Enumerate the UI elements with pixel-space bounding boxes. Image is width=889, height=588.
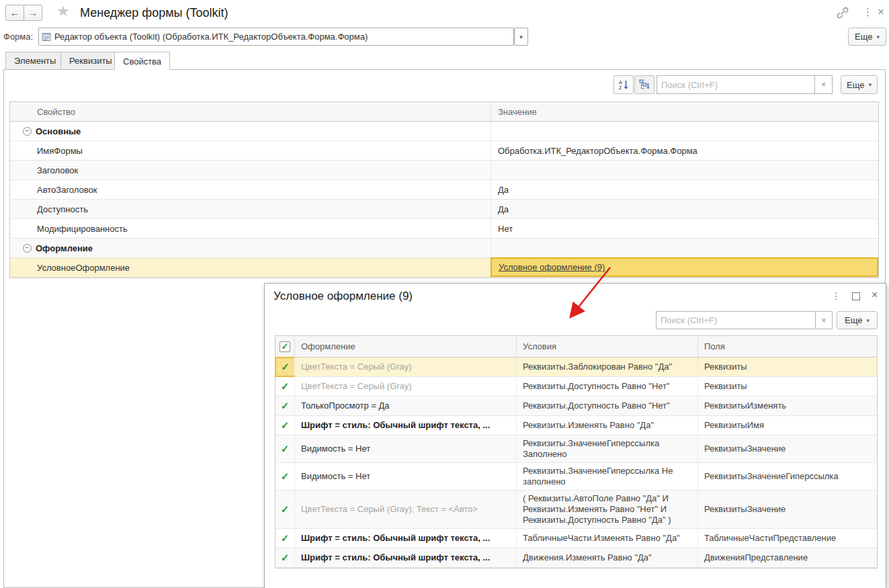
conditional-appearance-link[interactable]: Условное оформление (9) [499, 262, 605, 272]
form-combobox[interactable]: Редактор объекта (Toolkit) (Обработка.ИТ… [38, 28, 514, 46]
kebab-menu-icon[interactable]: ⋮ [863, 6, 873, 18]
appearance-row[interactable]: ✓Видимость = НетРеквизиты.ЗначениеГиперс… [276, 463, 877, 491]
properties-table: Свойство Значение −ОсновныеИмяФормыОбраб… [9, 101, 879, 278]
dialog-search-input[interactable] [656, 311, 816, 329]
kebab-menu-icon[interactable]: ⋮ [831, 290, 841, 301]
fields-cell: ТабличныеЧастиПредставление [698, 529, 877, 548]
search-clear-button[interactable]: × [814, 75, 833, 94]
condition-text: Реквизиты.Доступность Равно "Нет" [523, 401, 670, 411]
close-icon[interactable]: × [878, 5, 884, 19]
check-icon: ✓ [281, 532, 290, 544]
row-checkbox-cell[interactable]: ✓ [276, 548, 295, 567]
property-name: Заголовок [10, 165, 78, 175]
fields-text: РеквизитыИзменять [704, 401, 786, 411]
tree-view-button[interactable] [634, 75, 654, 94]
row-checkbox-cell[interactable]: ✓ [276, 463, 295, 490]
property-row[interactable]: МодифицированностьНет [10, 219, 878, 239]
condition-text: ТабличныеЧасти.Изменять Равно "Да" [523, 533, 680, 544]
dialog-table-header: ✓ Оформление Условия Поля [276, 336, 877, 358]
select-all-checkbox[interactable]: ✓ [280, 341, 290, 352]
check-icon: ✓ [281, 503, 290, 515]
check-icon: ✓ [281, 419, 290, 431]
fields-text: РеквизитыЗначениеГиперссылка [704, 471, 839, 482]
property-row[interactable]: ИмяФормыОбработка.ИТК_РедакторОбъекта.Фо… [10, 141, 878, 161]
property-row[interactable]: Заголовок [10, 161, 878, 180]
appearance-row[interactable]: ✓ТолькоПросмотр = ДаРеквизиты.Доступност… [276, 396, 877, 416]
property-row[interactable]: УсловноеОформлениеУсловное оформление (9… [10, 258, 878, 278]
column-header-oformlenie[interactable]: Оформление [295, 336, 517, 357]
column-header-znachenie[interactable]: Значение [491, 102, 878, 121]
arrow-right-icon: → [28, 7, 38, 18]
appearance-row[interactable]: ✓ЦветТекста = Серый (Gray)Реквизиты.Забл… [276, 358, 877, 377]
fields-text: РеквизитыЗначение [704, 504, 786, 515]
appearance-row[interactable]: ✓ЦветТекста = Серый (Gray)Реквизиты.Дост… [276, 377, 877, 396]
appearance-row[interactable]: ✓Шрифт = стиль: Обычный шрифт текста, ..… [276, 548, 877, 568]
sort-az-button[interactable]: A Z [613, 75, 634, 94]
back-button[interactable]: ← [5, 5, 24, 21]
fields-text: ДвиженияПредставление [704, 552, 808, 563]
property-row[interactable]: −Основные [10, 122, 878, 141]
tab-svoystva[interactable]: Свойства [114, 52, 170, 70]
form-icon [42, 32, 51, 42]
page-title: Менеджер формы (Toolkit) [80, 6, 228, 20]
more-button-top[interactable]: Еще ▾ [848, 28, 886, 46]
row-checkbox-cell[interactable]: ✓ [276, 377, 295, 396]
appearance-cell: Видимость = Нет [295, 463, 517, 490]
more-button-toolbar[interactable]: Еще ▾ [841, 75, 878, 94]
condition-cell: Реквизиты.Заблокирован Равно "Да" [517, 358, 698, 376]
appearance-cell: ЦветТекста = Серый (Gray) [295, 358, 517, 376]
tab-rekvizity[interactable]: Реквизиты [60, 52, 121, 69]
close-icon[interactable]: × [872, 289, 878, 301]
condition-text: Реквизиты.Заблокирован Равно "Да" [523, 362, 672, 372]
appearance-cell: Видимость = Нет [295, 435, 517, 462]
more-button-label: Еще [847, 80, 864, 90]
property-row[interactable]: −Оформление [10, 239, 878, 258]
property-row[interactable]: АвтоЗаголовокДа [10, 180, 878, 200]
selected-value-cell[interactable]: Условное оформление (9) [491, 257, 878, 277]
forward-button[interactable]: → [24, 5, 42, 21]
appearance-row[interactable]: ✓Шрифт = стиль: Обычный шрифт текста, ..… [276, 529, 877, 548]
column-header-svoystvo[interactable]: Свойство [10, 102, 491, 121]
form-dropdown-button[interactable]: ▾ [514, 28, 528, 46]
condition-cell: ТабличныеЧасти.Изменять Равно "Да" [517, 529, 698, 548]
condition-cell: ( Реквизиты.АвтоПоле Равно "Да" И Реквиз… [517, 491, 698, 528]
link-icon[interactable] [836, 7, 849, 19]
appearance-cell: Шрифт = стиль: Обычный шрифт текста, ... [295, 548, 517, 567]
dialog-search-clear-button[interactable]: × [815, 311, 833, 329]
tab-elementy[interactable]: Элементы [5, 52, 65, 69]
row-checkbox-cell[interactable]: ✓ [276, 529, 295, 548]
appearance-row[interactable]: ✓Видимость = НетРеквизиты.ЗначениеГиперс… [276, 435, 877, 463]
condition-text: Движения.Изменять Равно "Да" [523, 552, 652, 563]
row-checkbox-cell[interactable]: ✓ [275, 357, 295, 377]
property-name-cell: ИмяФормы [10, 141, 491, 160]
collapse-icon[interactable]: − [23, 244, 32, 253]
fields-cell: РеквизитыИмя [698, 416, 877, 435]
conditional-appearance-table: ✓ Оформление Условия Поля ✓ЦветТекста = … [275, 335, 878, 569]
dialog-more-button[interactable]: Еще ▾ [837, 311, 878, 329]
row-checkbox-cell[interactable]: ✓ [276, 435, 295, 462]
fields-cell: Реквизиты [698, 358, 877, 376]
row-checkbox-cell[interactable]: ✓ [276, 491, 295, 528]
arrow-left-icon: ← [10, 7, 19, 18]
condition-cell: Движения.Изменять Равно "Да" [517, 548, 698, 567]
nav-buttons: ← → [5, 5, 42, 21]
search-input[interactable] [657, 75, 815, 94]
property-value-cell [491, 239, 878, 257]
appearance-row[interactable]: ✓Шрифт = стиль: Обычный шрифт текста, ..… [276, 416, 877, 435]
row-checkbox-cell[interactable]: ✓ [276, 416, 295, 435]
collapse-icon[interactable]: − [23, 127, 32, 136]
fields-cell: ДвиженияПредставление [698, 548, 877, 567]
maximize-icon[interactable] [852, 292, 860, 300]
row-checkbox-cell[interactable]: ✓ [276, 396, 295, 415]
condition-text: Реквизиты.ЗначениеГиперссылка Не заполне… [523, 466, 697, 487]
property-name-cell: Заголовок [10, 161, 491, 179]
fields-text: РеквизитыЗначение [704, 444, 786, 454]
appearance-row[interactable]: ✓ЦветТекста = Серый (Gray); Текст = <Авт… [276, 491, 877, 529]
favorite-star-icon[interactable]: ★ [56, 3, 70, 20]
property-name-cell: Доступность [10, 200, 491, 218]
fields-cell: РеквизитыЗначение [698, 435, 877, 462]
column-header-usloviya[interactable]: Условия [517, 336, 698, 357]
properties-table-header: Свойство Значение [10, 102, 878, 122]
column-header-polya[interactable]: Поля [698, 336, 877, 357]
property-row[interactable]: ДоступностьДа [10, 200, 878, 219]
